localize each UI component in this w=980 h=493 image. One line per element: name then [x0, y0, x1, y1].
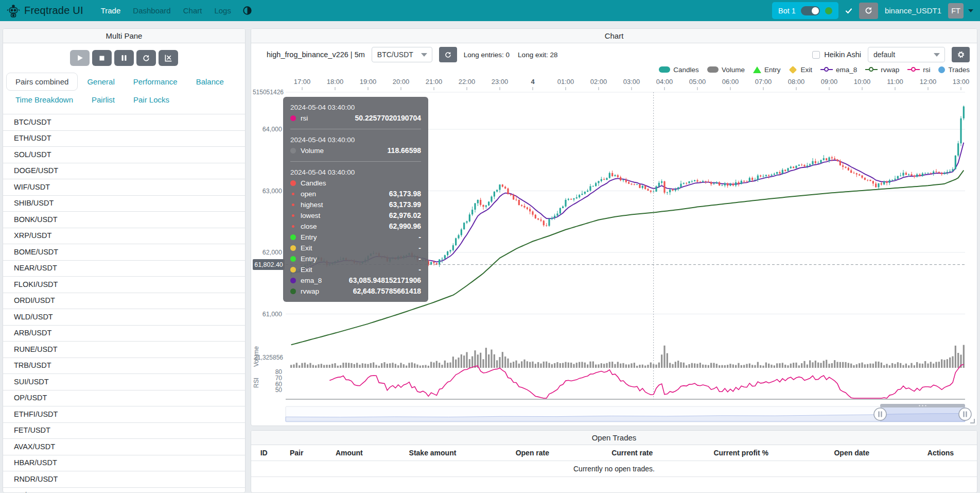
svg-text:17:00: 17:00 — [294, 78, 311, 86]
pair-list-item-sui-usdt[interactable]: SUI/USDT — [3, 373, 245, 390]
svg-text:19:00: 19:00 — [360, 78, 377, 86]
tooltip-series-value: 63,085.948152171906 — [349, 275, 421, 286]
bot-controls — [3, 43, 245, 71]
pair-list-item-floki-usdt[interactable]: FLOKI/USDT — [3, 276, 245, 293]
tooltip-row-close: close62,990.96 — [290, 221, 421, 232]
stop-button[interactable] — [92, 50, 112, 66]
pair-list-item-sol-usdt[interactable]: SOL/USDT — [3, 146, 245, 163]
reload-config-button[interactable] — [136, 50, 156, 66]
column-header-open-rate[interactable]: Open rate — [483, 449, 581, 457]
tooltip-row-lowest: lowest62,976.02 — [290, 210, 421, 221]
svg-text:08:00: 08:00 — [788, 78, 805, 86]
pair-list-item-wld-usdt[interactable]: WLD/USDT — [3, 309, 245, 325]
pair-list-item-bonk-usdt[interactable]: BONK/USDT — [3, 211, 245, 228]
legend-item-exit[interactable]: Exit — [789, 66, 812, 74]
bot-toggle[interactable] — [801, 6, 820, 15]
brand[interactable]: Freqtrade UI — [7, 4, 83, 18]
tab-pair-locks[interactable]: Pair Locks — [124, 91, 179, 109]
datazoom-slider[interactable] — [286, 404, 971, 422]
nav-item-logs[interactable]: Logs — [209, 3, 236, 18]
legend-item-candles[interactable]: Candles — [659, 66, 699, 74]
forget-trades-button[interactable] — [159, 50, 178, 66]
legend-item-volume[interactable]: Volume — [707, 66, 745, 74]
svg-text:4: 4 — [531, 78, 535, 86]
pause-button[interactable] — [114, 50, 134, 66]
pair-list-item-op-usdt[interactable]: OP/USDT — [3, 390, 245, 406]
tab-time-breakdown[interactable]: Time Breakdown — [6, 91, 82, 109]
legend-label: Volume — [722, 66, 745, 74]
theme-toggle-icon[interactable] — [242, 6, 252, 15]
avatar[interactable]: FT — [948, 3, 964, 19]
column-header-stake-amount[interactable]: Stake amount — [382, 449, 483, 457]
pair-list-item-shib-usdt[interactable]: SHIB/USDT — [3, 195, 245, 212]
multi-pane-panel: Multi Pane Pairs combinedGeneralPerforma… — [3, 28, 246, 493]
column-header-id[interactable]: ID — [251, 449, 276, 457]
legend-item-trades[interactable]: Trades — [938, 66, 970, 74]
plot-config-select[interactable]: default — [868, 47, 945, 62]
column-header-actions[interactable]: Actions — [904, 449, 977, 457]
pair-list-item-near-usdt[interactable]: NEAR/USDT — [3, 260, 245, 277]
tab-general[interactable]: General — [78, 73, 124, 91]
legend-item-rvwap[interactable]: rvwap — [865, 66, 899, 74]
user-menu-caret-icon[interactable] — [968, 9, 973, 12]
tooltip-series-name: highest — [301, 199, 323, 210]
tab-performance[interactable]: Performance — [124, 73, 187, 91]
legend-item-entry[interactable]: Entry — [753, 66, 781, 74]
column-header-current-rate[interactable]: Current rate — [582, 449, 683, 457]
tooltip-series-value: 63,173.99 — [389, 199, 421, 210]
plot-settings-button[interactable] — [952, 47, 970, 62]
pair-list-item-trb-usdt[interactable]: TRB/USDT — [3, 358, 245, 374]
chart-tooltip: 2024-05-04 03:40:00rsi50.225770201907042… — [283, 97, 428, 302]
trades-legend-marker-icon — [938, 66, 945, 73]
column-header-pair[interactable]: Pair — [276, 449, 317, 457]
reload-bot-button[interactable] — [859, 3, 878, 19]
resize-handle[interactable] — [970, 419, 975, 423]
series-marker-icon — [292, 193, 294, 195]
series-marker-icon — [290, 256, 296, 262]
pair-list-item-ar-usdt[interactable]: AR/USDT — [3, 487, 245, 493]
svg-text:515051426: 515051426 — [253, 89, 284, 96]
pair-list-item-doge-usdt[interactable]: DOGE/USDT — [3, 163, 245, 179]
signal-counts: Long entries: 0 Long exit: 28 — [464, 51, 558, 59]
pair-list-item-wif-usdt[interactable]: WIF/USDT — [3, 179, 245, 195]
heikin-ashi-checkbox[interactable] — [812, 51, 820, 59]
datazoom-left-handle[interactable] — [874, 408, 886, 420]
tooltip-row-entry: Entry- — [290, 253, 421, 264]
pair-list-item-rune-usdt[interactable]: RUNE/USDT — [3, 341, 245, 358]
legend-item-rsi[interactable]: rsi — [907, 66, 930, 74]
pair-list-item-hbar-usdt[interactable]: HBAR/USDT — [3, 455, 245, 471]
pair-list-item-ethfi-usdt[interactable]: ETHFI/USDT — [3, 406, 245, 422]
tab-balance[interactable]: Balance — [187, 73, 233, 91]
tooltip-row-highest: highest63,173.99 — [290, 199, 421, 210]
tab-pairlist[interactable]: Pairlist — [82, 91, 124, 109]
refresh-chart-button[interactable] — [439, 47, 457, 62]
pair-list-item-btc-usdt[interactable]: BTC/USDT — [3, 114, 245, 130]
column-header-open-date[interactable]: Open date — [799, 449, 904, 457]
legend-item-ema-8[interactable]: ema_8 — [820, 66, 857, 74]
play-button[interactable] — [70, 50, 90, 66]
bot-selector[interactable]: Bot 1 — [772, 2, 838, 19]
column-header-amount[interactable]: Amount — [317, 449, 382, 457]
pair-list-item-arb-usdt[interactable]: ARB/USDT — [3, 325, 245, 342]
tab-pairs-combined[interactable]: Pairs combined — [6, 73, 78, 91]
series-marker-icon — [290, 115, 296, 121]
nav-item-dashboard[interactable]: Dashboard — [128, 3, 176, 18]
svg-text:11:00: 11:00 — [887, 78, 903, 86]
pair-list-item-rndr-usdt[interactable]: RNDR/USDT — [3, 471, 245, 487]
pair-select[interactable]: BTC/USDT — [372, 47, 432, 62]
nav-item-chart[interactable]: Chart — [178, 3, 207, 18]
pair-list-item-avax-usdt[interactable]: AVAX/USDT — [3, 438, 245, 455]
pair-list-item-eth-usdt[interactable]: ETH/USDT — [3, 130, 245, 147]
pair-list-item-fet-usdt[interactable]: FET/USDT — [3, 422, 245, 439]
datazoom-right-handle[interactable] — [959, 408, 971, 420]
pair-list-item-xrp-usdt[interactable]: XRP/USDT — [3, 228, 245, 244]
column-header-current-profit[interactable]: Current profit % — [683, 449, 799, 457]
tooltip-section: 2024-05-04 03:40:00Volume118.66598 — [290, 129, 421, 156]
pair-list-item-bome-usdt[interactable]: BOME/USDT — [3, 244, 245, 260]
tooltip-series-value: 62,990.96 — [389, 221, 421, 232]
tooltip-row-open: open63,173.98 — [290, 189, 421, 199]
pair-list-item-ordi-usdt[interactable]: ORDI/USDT — [3, 293, 245, 309]
legend-label: Trades — [948, 66, 970, 74]
nav-item-trade[interactable]: Trade — [96, 3, 126, 18]
series-marker-icon — [290, 234, 296, 240]
